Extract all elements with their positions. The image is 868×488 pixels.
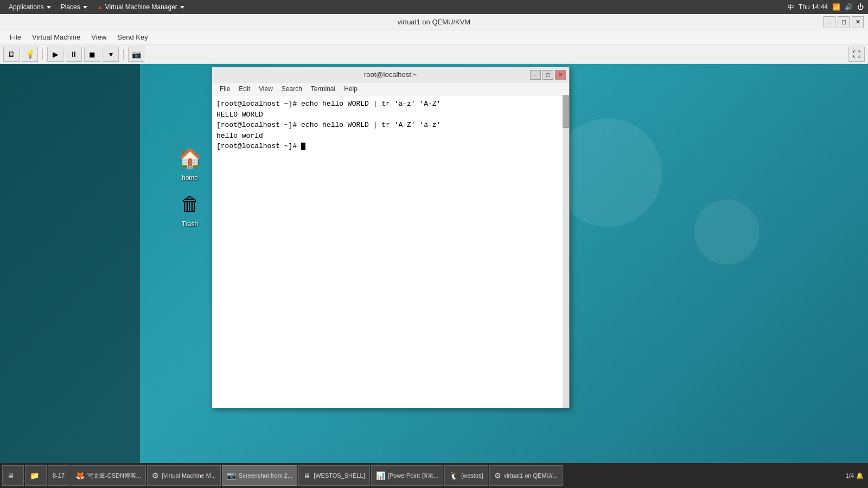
screenshot-taskbar-label: Screenshot from 2... (239, 472, 292, 479)
system-bar-left: Applications Places ▲ Virtual Machine Ma… (4, 2, 189, 12)
toolbar-dropdown-btn[interactable]: ▾ (103, 47, 119, 62)
toolbar-fullscreen-btn[interactable]: ⛶ (848, 47, 865, 62)
westos-label: [westos] (461, 472, 483, 479)
wifi-icon: 📶 (832, 3, 840, 11)
firefox-label: 写文章-CSDN博客... (87, 472, 141, 480)
terminal-menu-terminal[interactable]: Terminal (307, 84, 340, 94)
terminal-menu-help[interactable]: Help (340, 84, 362, 94)
terminal-window: root@localhost:~ – ◻ ✕ File Edit View Se… (212, 67, 570, 408)
westos-shell-label: [WESTOS_SHELL] (314, 472, 365, 479)
westos-shell-icon: 🖥 (303, 471, 311, 480)
terminal-title: root@localhost:~ (364, 70, 417, 79)
vm-menu-view[interactable]: View (86, 31, 112, 43)
places-menu[interactable]: Places (56, 2, 92, 12)
powerpoint-label: [PowerPoint 演示... (388, 472, 439, 480)
trash-icon: 🗑 (177, 191, 203, 217)
toolbar-settings-btn[interactable]: 💡 (22, 47, 38, 62)
date-label: 8-17 (53, 472, 65, 479)
vm-minimize-button[interactable]: – (824, 16, 835, 28)
vm-menu-bar: File Virtual Machine View Send Key (0, 30, 868, 44)
vm-title-buttons: – ◻ ✕ (824, 16, 864, 28)
vm-window-title: virtual1 on QEMU/KVM (398, 18, 470, 26)
firefox-icon: 🦊 (75, 471, 85, 480)
toolbar-screenshot-btn[interactable]: 📷 (128, 47, 144, 62)
applications-label: Applications (9, 3, 44, 11)
home-icon: 🏠 (177, 145, 203, 171)
virt-manager-taskbar-label: [Virtual Machine M... (162, 472, 216, 479)
terminal-minimize-btn[interactable]: – (530, 70, 541, 80)
taskbar-westos[interactable]: 🐧 [westos] (444, 465, 488, 486)
taskbar-qemu[interactable]: ⚙ virtual1 on QEMU/... (489, 465, 563, 486)
virt-manager-taskbar-icon: ⚙ (152, 471, 159, 480)
applications-menu[interactable]: Applications (4, 2, 55, 12)
terminal-menu-search[interactable]: Search (277, 84, 307, 94)
trash-label: Trash (180, 220, 200, 228)
system-bar: Applications Places ▲ Virtual Machine Ma… (0, 0, 868, 14)
vm-menu-send-key[interactable]: Send Key (112, 31, 153, 43)
vm-title-bar: virtual1 on QEMU/KVM – ◻ ✕ (0, 14, 868, 30)
toolbar-stop-btn[interactable]: ◼ (84, 47, 100, 62)
terminal-line-2: HELLO WORLD (216, 110, 565, 120)
show-desktop-icon: 🖥 (7, 471, 15, 480)
terminal-title-buttons: – ◻ ✕ (530, 70, 566, 80)
terminal-close-btn[interactable]: ✕ (555, 70, 566, 80)
terminal-menu-file[interactable]: File (215, 84, 234, 94)
terminal-line-1: [root@localhost ~]# echo hello WORLD | t… (216, 99, 565, 110)
taskbar-files[interactable]: 📁 (25, 465, 47, 486)
virt-manager-arrow (180, 6, 184, 9)
terminal-body[interactable]: [root@localhost ~]# echo hello WORLD | t… (212, 95, 569, 408)
terminal-line-5: [root@localhost ~]# (216, 141, 565, 152)
terminal-line-4: hello world (216, 131, 565, 142)
taskbar-date: 8-17 (48, 465, 69, 486)
toolbar-pause-btn[interactable]: ⏸ (66, 47, 82, 62)
taskbar-show-desktop[interactable]: 🖥 (2, 465, 24, 486)
vm-close-button[interactable]: ✕ (852, 16, 864, 28)
vm-restore-button[interactable]: ◻ (838, 16, 850, 28)
virt-manager-label: Virtual Machine Manager (105, 3, 177, 11)
taskbar-end: 1/4 🔔 (846, 472, 866, 479)
taskbar-page-indicator: 1/4 (846, 472, 854, 479)
taskbar-virt-manager[interactable]: ⚙ [Virtual Machine M... (147, 465, 221, 486)
qemu-icon: ⚙ (494, 471, 501, 480)
toolbar-play-btn[interactable]: ▶ (47, 47, 63, 62)
vm-toolbar: 🖥 💡 ▶ ⏸ ◼ ▾ 📷 ⛶ (0, 44, 868, 64)
virt-manager-menu[interactable]: ▲ Virtual Machine Manager (93, 2, 189, 12)
qemu-label: virtual1 on QEMU/... (504, 472, 558, 479)
toolbar-separator-1 (42, 49, 43, 60)
terminal-menu-edit[interactable]: Edit (234, 84, 254, 94)
taskbar-firefox[interactable]: 🦊 写文章-CSDN博客... (71, 465, 146, 486)
places-label: Places (61, 3, 80, 11)
home-label: home (180, 174, 200, 182)
system-bar-right: 中 Thu 14:44 📶 🔊 ⏻ (788, 3, 864, 12)
taskbar-screenshot[interactable]: 📷 Screenshot from 2... (222, 465, 297, 486)
vm-menu-file[interactable]: File (4, 31, 27, 43)
places-arrow (83, 6, 87, 9)
terminal-menu-view[interactable]: View (254, 84, 277, 94)
taskbar: 🖥 📁 8-17 🦊 写文章-CSDN博客... ⚙ [Virtual Mach… (0, 463, 868, 488)
westos-icon: 🐧 (449, 471, 458, 480)
files-icon: 📁 (30, 471, 39, 480)
terminal-scrollbar[interactable] (563, 95, 569, 408)
taskbar-westos-shell[interactable]: 🖥 [WESTOS_SHELL] (298, 465, 370, 486)
left-panel (0, 64, 140, 463)
screenshot-taskbar-icon: 📷 (227, 471, 236, 480)
desktop: 🏠 home 🗑 Trash root@localhost:~ – ◻ ✕ Fi… (0, 64, 868, 463)
terminal-scroll-thumb[interactable] (563, 95, 569, 128)
terminal-menu-bar: File Edit View Search Terminal Help (212, 82, 569, 95)
desktop-icon-trash[interactable]: 🗑 Trash (168, 191, 212, 228)
lang-indicator[interactable]: 中 (788, 3, 794, 12)
desktop-icon-home[interactable]: 🏠 home (168, 145, 212, 182)
toolbar-monitor-btn[interactable]: 🖥 (3, 47, 20, 62)
terminal-cursor (301, 143, 305, 150)
sound-icon: 🔊 (845, 3, 853, 11)
toolbar-separator-2 (123, 49, 124, 60)
vm-menu-virtual-machine[interactable]: Virtual Machine (27, 31, 86, 43)
deco-circle-2 (694, 200, 760, 265)
powerpoint-icon: 📊 (376, 471, 385, 480)
deco-circle-1 (553, 118, 662, 227)
terminal-maximize-btn[interactable]: ◻ (542, 70, 553, 80)
taskbar-powerpoint[interactable]: 📊 [PowerPoint 演示... (371, 465, 444, 486)
taskbar-notification-icon[interactable]: 🔔 (856, 472, 864, 479)
applications-arrow (47, 6, 51, 9)
datetime-display: Thu 14:44 (799, 3, 828, 11)
